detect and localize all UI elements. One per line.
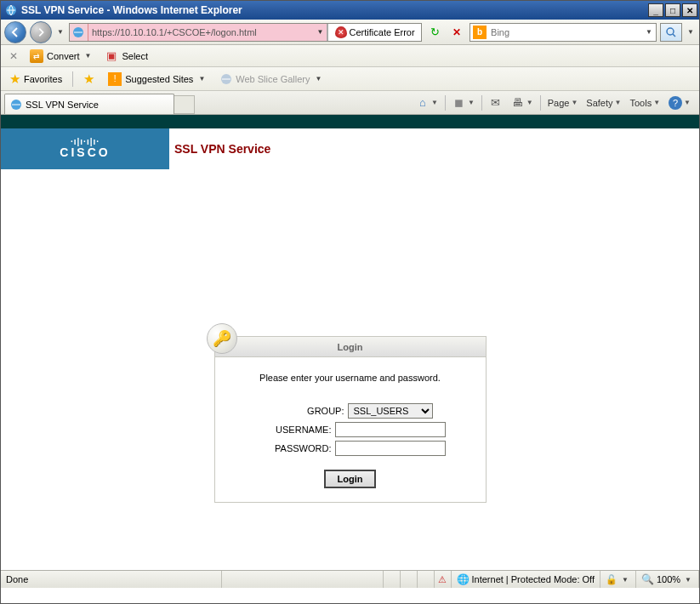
add-favorite-button[interactable]: ★ [80, 70, 98, 88]
feeds-button[interactable]: ◼▼ [451, 94, 476, 111]
separator [481, 95, 482, 111]
page-menu[interactable]: Page ▼ [546, 96, 580, 110]
convert-label: Convert [47, 51, 80, 61]
separator [445, 95, 446, 111]
cisco-bars-icon: ·ı|ı·ı|ı· [71, 139, 100, 145]
web-slice-label: Web Slice Gallery [236, 74, 310, 84]
minimize-button[interactable]: _ [648, 3, 663, 17]
tools-label: Tools [629, 98, 652, 108]
convert-dropdown[interactable]: ▼ [83, 52, 94, 60]
search-go-button[interactable] [660, 23, 682, 42]
safety-menu[interactable]: Safety ▼ [584, 96, 623, 110]
address-favicon [70, 24, 88, 41]
zoom-icon: 🔍 [641, 573, 654, 585]
favorites-label: Favorites [24, 74, 62, 84]
cert-error-label: Certificate Error [350, 27, 415, 37]
print-icon: 🖶 [511, 96, 525, 110]
rss-icon: ◼ [452, 96, 466, 110]
group-label: GROUP: [268, 406, 344, 416]
zoom-dropdown[interactable]: ▼ [683, 576, 693, 584]
lock-open-icon: 🔓 [606, 574, 617, 585]
favorites-bar: ★ Favorites ★ ! Suggested Sites ▼ Web Sl… [1, 67, 699, 91]
popup-blocked-icon: ⚠ [438, 574, 447, 585]
mail-icon: ✉ [489, 96, 503, 110]
convert-button[interactable]: ⇄ Convert ▼ [26, 48, 96, 65]
webslice-dropdown[interactable]: ▼ [314, 75, 324, 83]
page-content: ·ı|ı·ı|ı· CISCO SSL VPN Service 🔑 Login … [1, 115, 699, 570]
address-bar[interactable]: https://10.10.10.1/+CSCOE+/logon.html ▼ … [69, 23, 422, 42]
status-done: Done [1, 571, 222, 588]
status-slot-2 [401, 571, 418, 588]
status-slot-3 [418, 571, 435, 588]
suggested-sites-icon: ! [108, 72, 122, 86]
login-message: Please enter your username and password. [232, 373, 469, 383]
select-button[interactable]: ▣ Select [101, 48, 151, 65]
address-url[interactable]: https://10.10.10.1/+CSCOE+/logon.html [88, 24, 314, 41]
refresh-button[interactable]: ↻ [425, 23, 444, 42]
suggested-sites-button[interactable]: ! Suggested Sites ▼ [105, 71, 210, 88]
page-label: Page [548, 98, 570, 108]
banner: ·ı|ı·ı|ı· CISCO SSL VPN Service [1, 128, 699, 169]
password-label: PASSWORD: [255, 443, 332, 453]
certificate-error-button[interactable]: ✕ Certificate Error [327, 24, 421, 41]
address-dropdown[interactable]: ▼ [314, 24, 327, 41]
svg-point-2 [667, 28, 674, 35]
close-toolbar-button[interactable]: ✕ [6, 50, 21, 62]
search-input[interactable] [489, 27, 642, 37]
favorites-button[interactable]: ★ Favorites [6, 70, 65, 88]
username-input[interactable] [335, 422, 446, 437]
ie-icon [4, 3, 18, 17]
close-button[interactable]: ✕ [682, 3, 697, 17]
tools-menu[interactable]: Tools ▼ [628, 96, 662, 110]
status-zoom[interactable]: 🔍 100% ▼ [636, 571, 699, 588]
login-header-label: Login [338, 342, 363, 352]
cisco-logo: ·ı|ı·ı|ı· CISCO [1, 128, 169, 169]
group-select[interactable]: SSL_USERS [348, 403, 433, 419]
status-bar: Done ⚠ 🌐 Internet | Protected Mode: Off … [1, 570, 699, 588]
search-box[interactable]: b ▼ [470, 23, 657, 42]
nav-toolbar: ▼ https://10.10.10.1/+CSCOE+/logon.html … [1, 20, 699, 45]
help-button[interactable]: ?▼ [667, 94, 692, 111]
stop-icon: ✕ [452, 26, 461, 38]
login-panel: 🔑 Login Please enter your username and p… [214, 336, 487, 503]
select-icon: ▣ [105, 49, 118, 63]
convert-icon: ⇄ [30, 49, 43, 63]
forward-button[interactable] [30, 21, 52, 43]
refresh-icon: ↻ [430, 26, 440, 38]
stop-button[interactable]: ✕ [447, 23, 466, 42]
read-mail-button[interactable]: ✉ [487, 94, 504, 111]
maximize-button[interactable]: □ [665, 3, 680, 17]
new-tab-button[interactable] [174, 95, 195, 114]
separator [540, 95, 541, 111]
tab-favicon [10, 99, 22, 111]
status-zone[interactable]: 🌐 Internet | Protected Mode: Off [452, 571, 601, 588]
window-titlebar: SSL VPN Service - Windows Internet Explo… [1, 1, 699, 20]
header-strip [1, 115, 699, 128]
key-icon: 🔑 [207, 323, 237, 354]
safety-label: Safety [586, 98, 612, 108]
select-label: Select [122, 51, 148, 61]
tab-ssl-vpn[interactable]: SSL VPN Service [4, 94, 174, 114]
status-protected-mode-dropdown[interactable]: 🔓▼ [600, 571, 636, 588]
back-button[interactable] [4, 21, 26, 43]
print-button[interactable]: 🖶▼ [509, 94, 535, 111]
zoom-value: 100% [657, 574, 680, 584]
internet-zone-icon: 🌐 [457, 573, 470, 585]
status-popup-blocked[interactable]: ⚠ [435, 571, 452, 588]
search-provider-dropdown[interactable]: ▼ [642, 28, 656, 36]
search-go-dropdown[interactable]: ▼ [686, 28, 696, 36]
nav-history-dropdown[interactable]: ▼ [55, 28, 65, 36]
status-spacer [222, 571, 384, 588]
username-label: USERNAME: [255, 425, 332, 435]
suggested-dropdown[interactable]: ▼ [196, 75, 207, 83]
home-button[interactable]: ⌂▼ [414, 94, 440, 111]
star-add-icon: ★ [83, 71, 94, 87]
shield-error-icon: ✕ [335, 26, 347, 38]
service-title: SSL VPN Service [169, 142, 270, 156]
password-input[interactable] [335, 441, 446, 456]
login-button[interactable]: Login [324, 470, 377, 488]
tabs-area: SSL VPN Service [4, 91, 414, 114]
web-slice-button[interactable]: Web Slice Gallery ▼ [217, 71, 327, 87]
separator [72, 71, 73, 87]
zone-text: Internet | Protected Mode: Off [472, 574, 595, 584]
